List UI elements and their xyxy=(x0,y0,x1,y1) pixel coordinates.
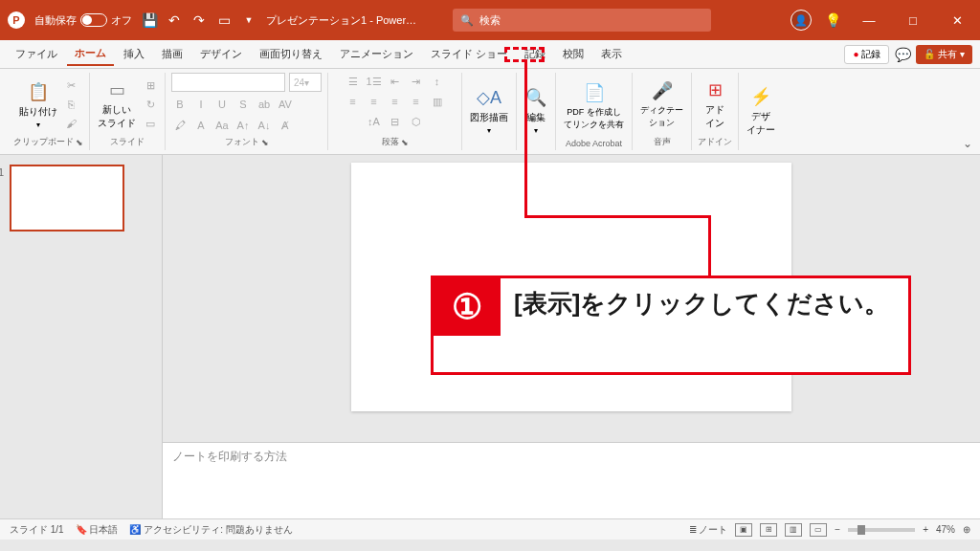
designer-button[interactable]: ⚡デザ イナー xyxy=(745,83,777,139)
slide-thumbnails: 1 xyxy=(0,155,163,518)
align-left-icon[interactable]: ≡ xyxy=(345,93,362,110)
accessibility-indicator[interactable]: ♿ アクセシビリティ: 問題ありません xyxy=(129,523,292,537)
grow-font-icon[interactable]: A↑ xyxy=(234,117,252,134)
comments-icon[interactable]: 💬 xyxy=(895,47,910,62)
copy-icon[interactable]: ⎘ xyxy=(63,96,80,113)
tab-file[interactable]: ファイル xyxy=(8,43,65,65)
zoom-slider[interactable] xyxy=(848,528,915,532)
format-painter-icon[interactable]: 🖌 xyxy=(63,115,80,132)
align-right-icon[interactable]: ≡ xyxy=(387,93,404,110)
ribbon-tabs: ファイル ホーム 挿入 描画 デザイン 画面切り替え アニメーション スライド … xyxy=(0,40,980,69)
undo-icon[interactable]: ↶ xyxy=(167,12,182,28)
italic-icon[interactable]: I xyxy=(192,96,210,113)
notes-pane[interactable]: ノートを印刷する方法 xyxy=(163,442,980,518)
statusbar: スライド 1/1 🔖 日本語 ♿ アクセシビリティ: 問題ありません ≣ ノート… xyxy=(0,518,980,540)
tab-home[interactable]: ホーム xyxy=(67,42,114,66)
tutorial-line xyxy=(524,215,708,218)
acrobat-group-label: Adobe Acrobat xyxy=(566,139,622,150)
strikethrough-icon[interactable]: S xyxy=(234,96,252,113)
columns-icon[interactable]: ▥ xyxy=(429,93,446,110)
justify-icon[interactable]: ≡ xyxy=(408,93,425,110)
language-indicator[interactable]: 🔖 日本語 xyxy=(76,523,119,537)
search-input[interactable]: 🔍 検索 xyxy=(453,9,711,32)
section-icon[interactable]: ▭ xyxy=(142,115,159,132)
paragraph-group-label: 段落 ⬊ xyxy=(382,136,409,150)
save-icon[interactable]: 💾 xyxy=(142,12,157,28)
tab-insert[interactable]: 挿入 xyxy=(116,43,152,65)
normal-view-icon[interactable]: ▣ xyxy=(735,523,752,537)
font-group-label: フォント ⬊ xyxy=(225,136,269,150)
slideshow-view-icon[interactable]: ▭ xyxy=(810,523,827,537)
lightbulb-icon[interactable]: 💡 xyxy=(825,12,840,28)
thumbnail-1[interactable]: 1 xyxy=(10,165,124,231)
underline-icon[interactable]: U xyxy=(213,96,231,113)
shrink-font-icon[interactable]: A↓ xyxy=(256,117,273,134)
layout-icon[interactable]: ⊞ xyxy=(142,77,159,94)
create-pdf-button[interactable]: 📄PDF を作成し てリンクを共有 xyxy=(562,79,626,133)
reset-icon[interactable]: ↻ xyxy=(142,96,159,113)
tutorial-line xyxy=(708,215,711,278)
tab-view[interactable]: 表示 xyxy=(593,43,630,65)
bold-icon[interactable]: B xyxy=(171,96,189,113)
font-size-combo[interactable]: 24 ▾ xyxy=(289,73,322,92)
cut-icon[interactable]: ✂ xyxy=(63,77,80,94)
thumbnail-number: 1 xyxy=(0,166,4,178)
fit-window-icon[interactable]: ⊕ xyxy=(963,524,970,535)
tutorial-highlight xyxy=(504,47,545,62)
smartart-icon[interactable]: ⬡ xyxy=(408,113,425,130)
addins-button[interactable]: ⊞アド イン xyxy=(702,77,728,132)
tutorial-callout: ① [表示]をクリックしてください。 xyxy=(431,276,911,375)
tab-animations[interactable]: アニメーション xyxy=(332,43,421,65)
change-case-icon[interactable]: Aa xyxy=(213,117,231,134)
text-direction-icon[interactable]: ↕A xyxy=(366,113,383,130)
indent-inc-icon[interactable]: ⇥ xyxy=(408,73,425,90)
close-button[interactable]: ✕ xyxy=(942,9,972,32)
redo-icon[interactable]: ↷ xyxy=(191,12,207,28)
search-icon: 🔍 xyxy=(460,14,474,27)
tab-design[interactable]: デザイン xyxy=(192,43,250,65)
slide-count: スライド 1/1 xyxy=(10,523,64,537)
paste-button[interactable]: 📋貼り付け▾ xyxy=(17,78,59,131)
callout-text: [表示]をクリックしてください。 xyxy=(501,278,902,330)
numbering-icon[interactable]: 1☰ xyxy=(366,73,383,90)
tab-draw[interactable]: 描画 xyxy=(154,43,190,65)
dropdown-icon[interactable]: ▼ xyxy=(241,12,256,28)
record-button[interactable]: ●記録 xyxy=(844,45,889,64)
bullets-icon[interactable]: ☰ xyxy=(345,73,362,90)
tab-transitions[interactable]: 画面切り替え xyxy=(252,43,330,65)
notes-button[interactable]: ≣ ノート xyxy=(689,523,728,537)
sorter-view-icon[interactable]: ⊞ xyxy=(760,523,777,537)
autosave-toggle[interactable]: 自動保存 オフ xyxy=(34,13,132,28)
font-name-combo[interactable] xyxy=(171,73,285,92)
callout-number: ① xyxy=(434,278,501,336)
new-slide-button[interactable]: ▭新しい スライド xyxy=(96,77,138,132)
indent-dec-icon[interactable]: ⇤ xyxy=(387,73,404,90)
window-title: プレゼンテーション1 - Power… xyxy=(266,13,416,28)
reading-view-icon[interactable]: ▥ xyxy=(785,523,802,537)
zoom-level[interactable]: 47% xyxy=(936,524,955,535)
align-text-icon[interactable]: ⊟ xyxy=(387,113,404,130)
collapse-ribbon-icon[interactable]: ⌄ xyxy=(963,137,972,150)
align-center-icon[interactable]: ≡ xyxy=(366,93,383,110)
zoom-in-icon[interactable]: + xyxy=(923,524,928,535)
voice-group-label: 音声 xyxy=(654,136,671,150)
font-color-icon[interactable]: A xyxy=(192,117,210,134)
addins-group-label: アドイン xyxy=(698,136,732,150)
slides-group-label: スライド xyxy=(110,136,145,150)
dictate-button[interactable]: 🎤ディクテー ション xyxy=(638,77,685,131)
minimize-button[interactable]: — xyxy=(854,9,884,32)
spacing-icon[interactable]: AV xyxy=(277,96,294,113)
tab-slideshow[interactable]: スライド ショー xyxy=(423,43,515,65)
share-button[interactable]: 🔓 共有 ▾ xyxy=(916,45,972,64)
shapes-button[interactable]: ◇A図形描画▾ xyxy=(468,84,510,137)
shadow-icon[interactable]: ab xyxy=(256,96,273,113)
maximize-button[interactable]: □ xyxy=(898,9,928,32)
highlight-icon[interactable]: 🖍 xyxy=(171,117,189,134)
clear-format-icon[interactable]: A̸ xyxy=(277,117,294,134)
user-avatar[interactable]: 👤 xyxy=(791,10,812,31)
zoom-out-icon[interactable]: − xyxy=(835,524,840,535)
tab-review[interactable]: 校閲 xyxy=(555,43,591,65)
clipboard-group-label: クリップボード ⬊ xyxy=(13,136,83,150)
start-icon[interactable]: ▭ xyxy=(216,12,232,28)
line-spacing-icon[interactable]: ↕ xyxy=(429,73,446,90)
